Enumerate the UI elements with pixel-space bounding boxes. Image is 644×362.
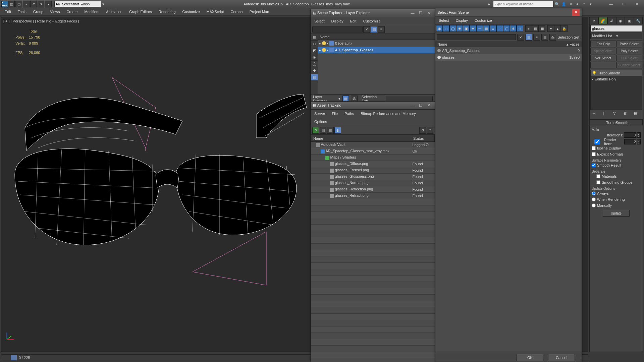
expand-icon[interactable]: ▾ bbox=[547, 25, 554, 32]
menu-rendering[interactable]: Rendering bbox=[155, 8, 179, 15]
btn-volselect[interactable]: Vol. Select bbox=[590, 55, 616, 61]
pin-stack-icon[interactable]: ⊣ bbox=[592, 111, 598, 117]
filter-lights-icon[interactable]: ✺ bbox=[456, 25, 463, 32]
menu-file[interactable]: File bbox=[328, 110, 341, 118]
table-row[interactable]: glasses_Normal.pngFound bbox=[311, 180, 435, 186]
show-end-icon[interactable]: ∥ bbox=[603, 111, 609, 117]
table-row[interactable] bbox=[311, 282, 435, 288]
btn-surfselect[interactable]: Surface Select bbox=[616, 62, 642, 68]
menu-select[interactable]: Select bbox=[311, 17, 328, 25]
table-row[interactable] bbox=[311, 256, 435, 263]
table-row[interactable] bbox=[311, 307, 435, 314]
favorites-icon[interactable]: ★ bbox=[574, 1, 580, 7]
table-row[interactable] bbox=[311, 276, 435, 282]
highlight-icon[interactable]: ▮ bbox=[334, 127, 341, 134]
menu-display[interactable]: Display bbox=[328, 17, 347, 25]
filter-spacewarps-icon[interactable]: 〰 bbox=[476, 25, 483, 32]
modifier-list-dropdown[interactable]: Modifier List▾ bbox=[590, 33, 642, 39]
table-row[interactable] bbox=[311, 301, 435, 307]
view-tree-icon[interactable]: ▤ bbox=[532, 25, 539, 32]
table-row[interactable] bbox=[311, 295, 435, 301]
table-row[interactable] bbox=[311, 333, 435, 339]
modifier-stack[interactable]: 💡TurboSmooth ▪Editable Poly bbox=[590, 70, 642, 110]
table-row[interactable] bbox=[311, 339, 435, 346]
collapse-icon[interactable]: ▴ bbox=[554, 25, 561, 32]
app-icon[interactable]: 3MAX bbox=[1, 1, 8, 7]
menu-customize[interactable]: Customize bbox=[179, 8, 203, 15]
object-name-input[interactable]: glasses bbox=[590, 25, 642, 32]
iterations-input[interactable] bbox=[624, 132, 636, 138]
smoothing-groups-check[interactable]: Smoothing Groups bbox=[592, 179, 641, 185]
rollout-turbosmooth[interactable]: - TurboSmooth bbox=[590, 119, 643, 125]
filter-xrefs-icon[interactable]: x bbox=[490, 25, 496, 32]
options-icon[interactable]: ⚙ bbox=[419, 127, 426, 134]
materials-check[interactable]: Materials bbox=[592, 173, 641, 179]
refresh-icon[interactable]: ↻ bbox=[312, 127, 319, 134]
view-mode-icon[interactable]: ▤ bbox=[371, 26, 377, 33]
render-iters-check[interactable]: Render Iters: bbox=[592, 139, 624, 145]
menu-projectman[interactable]: Project Man bbox=[246, 8, 273, 15]
tab-create[interactable]: ✶ bbox=[590, 17, 598, 24]
menu-edit[interactable]: Edit bbox=[347, 17, 360, 25]
bulb-icon[interactable] bbox=[322, 48, 326, 52]
display-invert-icon[interactable]: ◩ bbox=[311, 47, 318, 54]
close-button[interactable]: ✕ bbox=[425, 10, 433, 16]
filter-icon[interactable]: ≡ bbox=[378, 26, 385, 33]
table-row[interactable] bbox=[311, 314, 435, 320]
save-icon[interactable]: ▪ bbox=[23, 1, 30, 7]
col-name[interactable]: Name bbox=[318, 34, 435, 40]
display-helpers-icon[interactable]: ✚ bbox=[311, 67, 318, 74]
table-row[interactable]: glasses_Glossness.pngFound bbox=[311, 174, 435, 180]
filter-groups-icon[interactable]: ▦ bbox=[483, 25, 490, 32]
menu-customize[interactable]: Customize bbox=[471, 16, 495, 24]
table-row[interactable]: glasses_Diffuse.pngFound bbox=[311, 161, 435, 167]
filter-frozen-icon[interactable]: ❄ bbox=[510, 25, 517, 32]
infocenter-icon[interactable]: ▸ bbox=[486, 1, 492, 7]
menu-bpm[interactable]: Bitmap Performance and Memory bbox=[357, 110, 419, 118]
table-row[interactable]: AR_Spacetop_Glasses_max_vray.maxOk bbox=[311, 148, 435, 155]
hierarchy-icon[interactable]: ⁂ bbox=[549, 34, 556, 41]
display-none-icon[interactable]: ◻ bbox=[311, 41, 318, 47]
object-list[interactable]: Name ▴ Faces AR_Spacetop_Glasses 0 glass… bbox=[435, 41, 582, 352]
new-icon[interactable]: ▥ bbox=[8, 1, 15, 7]
filter-shapes-icon[interactable]: ◯ bbox=[449, 25, 456, 32]
close-button[interactable]: ✕ bbox=[631, 1, 643, 7]
menu-animation[interactable]: Animation bbox=[103, 8, 126, 15]
layer-row[interactable]: ▸▪ AR_Spacetop_Glasses bbox=[318, 47, 435, 53]
table-row[interactable]: glasses_Frensel.pngFound bbox=[311, 167, 435, 174]
menu-select[interactable]: Select bbox=[435, 16, 452, 24]
menu-modifiers[interactable]: Modifiers bbox=[81, 8, 103, 15]
layer-tree[interactable]: Name ▸▪ 0 (default) ▸▪ AR_Spacetop_Glass… bbox=[318, 34, 435, 94]
time-slider-handle[interactable] bbox=[11, 355, 17, 360]
redo-icon[interactable]: ↷ bbox=[38, 1, 44, 7]
menu-edit[interactable]: Edit bbox=[1, 8, 14, 15]
ok-button[interactable]: OK bbox=[517, 354, 543, 361]
maximize-button[interactable]: ☐ bbox=[417, 102, 425, 109]
filter-cameras-icon[interactable]: ▣ bbox=[463, 25, 470, 32]
update-always-radio[interactable]: Always bbox=[592, 190, 641, 196]
lock-icon[interactable]: 🔒 bbox=[561, 25, 568, 32]
update-button[interactable]: Update bbox=[603, 210, 630, 217]
table-row[interactable] bbox=[311, 346, 435, 352]
table-row[interactable]: glasses_Refract.pngFound bbox=[311, 193, 435, 199]
menu-grapheditors[interactable]: Graph Editors bbox=[126, 8, 155, 15]
table-row[interactable] bbox=[311, 269, 435, 276]
list-row[interactable]: glasses 15790 bbox=[435, 54, 582, 61]
table-row[interactable] bbox=[311, 352, 435, 358]
table-row[interactable] bbox=[311, 218, 435, 225]
table-row[interactable] bbox=[311, 231, 435, 237]
remove-mod-icon[interactable]: 🗑 bbox=[624, 111, 630, 117]
cancel-button[interactable]: Cancel bbox=[548, 354, 575, 361]
update-whenrender-radio[interactable]: When Rendering bbox=[592, 196, 641, 202]
table-row[interactable] bbox=[311, 288, 435, 295]
display-geom-icon[interactable]: ◉ bbox=[311, 54, 318, 61]
exchange-icon[interactable]: ✕ bbox=[568, 1, 574, 7]
maximize-button[interactable]: ☐ bbox=[417, 10, 425, 16]
stack-row[interactable]: 💡TurboSmooth bbox=[591, 70, 642, 76]
display-all-icon[interactable]: ▦ bbox=[311, 34, 318, 41]
btn-polyselect[interactable]: Poly Select bbox=[616, 48, 642, 54]
help-icon[interactable]: ? bbox=[427, 127, 433, 134]
workspace-input[interactable] bbox=[54, 1, 101, 7]
close-button[interactable]: ✕ bbox=[572, 9, 580, 16]
open-icon[interactable]: ▢ bbox=[15, 1, 22, 7]
